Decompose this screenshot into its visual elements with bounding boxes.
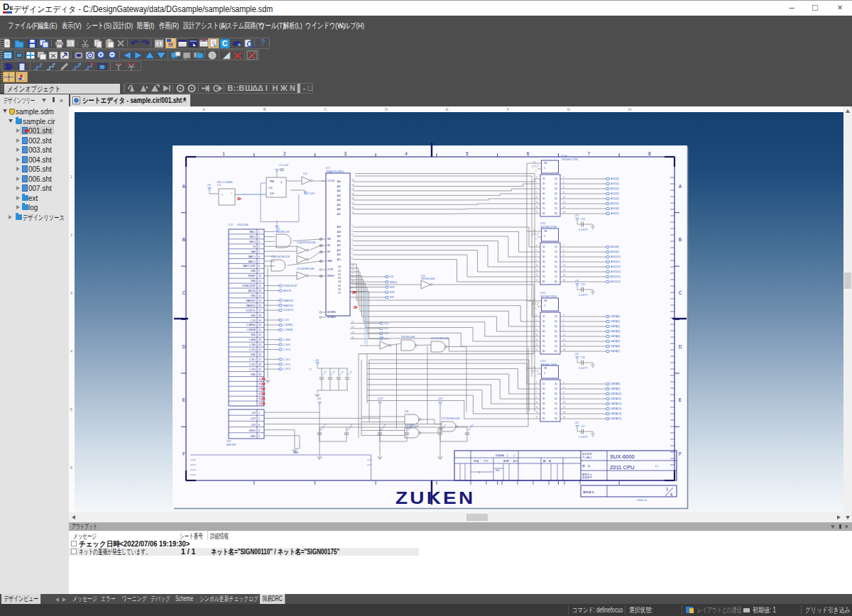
svg-text:26: 26 (258, 353, 261, 356)
svg-text:A11: A11 (337, 240, 341, 243)
svg-text:IC8: IC8 (380, 336, 383, 339)
svg-text:A12: A12 (337, 244, 342, 247)
svg-text:C-B/W: C-B/W (283, 339, 291, 341)
svg-text:C-D5: C-D5 (251, 319, 256, 322)
svg-text:ROMCSONT: ROMCSONT (283, 285, 297, 287)
svg-text:IC8: IC8 (405, 410, 408, 413)
svg-text:8: 8 (648, 151, 651, 156)
svg-text:C: C (324, 107, 327, 111)
svg-text:ADD[14]: ADD[14] (611, 275, 621, 278)
svg-text:D3: D3 (338, 277, 341, 280)
svg-text:E: E (182, 397, 186, 402)
svg-text:7: 7 (587, 151, 590, 156)
svg-text:C-ST3: C-ST3 (283, 368, 290, 370)
svg-text:14: 14 (258, 295, 261, 297)
svg-text:5: 5 (258, 251, 260, 253)
svg-text:ST3: ST3 (384, 338, 388, 341)
svg-text:RAMCE1: RAMCE1 (246, 299, 256, 302)
svg-text:WAIT-1: WAIT-1 (248, 255, 256, 258)
svg-text:C-ST0: C-ST0 (283, 348, 290, 351)
svg-text:D: D (385, 107, 388, 111)
svg-text:NMI-1: NMI-1 (249, 231, 256, 233)
svg-text:Z80ACPU-MPU: Z80ACPU-MPU (326, 170, 344, 173)
svg-text:4D: 4D (542, 397, 545, 400)
svg-text:18: 18 (258, 314, 261, 317)
svg-text:B: B (679, 237, 682, 242)
svg-text:A05: A05 (337, 204, 342, 207)
svg-text:又は型式: 又は型式 (582, 456, 592, 459)
svg-text:C-N/S: C-N/S (249, 343, 256, 346)
svg-text:7D: 7D (542, 275, 545, 278)
svg-text:ADD16: ADD16 (248, 290, 256, 292)
svg-text:1D: 1D (542, 383, 545, 385)
svg-text:27: 27 (258, 358, 261, 361)
svg-text:IC9 SN74HC00N: IC9 SN74HC00N (442, 417, 460, 420)
svg-text:A00: A00 (337, 180, 342, 183)
svg-text:SN74HC373N: SN74HC373N (562, 158, 578, 161)
svg-text:ST0: ST0 (384, 322, 388, 325)
svg-text:B/W: B/W (390, 286, 395, 289)
svg-text:22: 22 (258, 334, 261, 336)
svg-text:C-D5: C-D5 (283, 319, 289, 321)
svg-text:GND: GND (251, 270, 256, 273)
svg-text:2: 2 (283, 151, 286, 156)
svg-text:0.1uF/TT: 0.1uF/TT (579, 436, 588, 439)
svg-text:5: 5 (258, 435, 260, 438)
svg-text:IC4: IC4 (229, 224, 233, 226)
svg-text:1: 1 (258, 231, 260, 233)
svg-text:IC11: IC11 (540, 222, 545, 225)
svg-text:DATA[7]: DATA[7] (611, 350, 620, 353)
svg-text:13: 13 (258, 290, 261, 292)
svg-text:24: 24 (351, 336, 354, 339)
svg-text:2: 2 (258, 417, 260, 420)
svg-text:C-ST0: C-ST0 (249, 348, 256, 351)
svg-text:ADD[3]: ADD[3] (611, 192, 619, 195)
svg-text:34: 34 (258, 392, 261, 395)
svg-text:ADD[10]: ADD[10] (611, 255, 621, 258)
svg-text:20: 20 (258, 324, 261, 326)
svg-text:RESET: RESET (248, 275, 256, 277)
svg-text:E: E (446, 107, 449, 111)
svg-text:CLOCK: CLOCK (327, 180, 334, 182)
svg-text:WAIT-CONT: WAIT-CONT (243, 265, 256, 268)
svg-text:SUX-6000: SUX-6000 (610, 453, 635, 460)
svg-text:C-MREQ: C-MREQ (246, 324, 256, 326)
svg-text:+5V: +5V (317, 397, 322, 400)
svg-text:WE: WE (327, 238, 331, 241)
svg-text:GND: GND (293, 451, 299, 454)
svg-text:IOCNTOL: IOCNTOL (283, 309, 294, 312)
svg-text:6: 6 (527, 151, 530, 156)
svg-text:ADD[8]: ADD[8] (611, 246, 619, 248)
svg-text:ADD[0]: ADD[0] (611, 177, 619, 180)
svg-text:DATA[4]: DATA[4] (611, 335, 620, 338)
svg-text:G110-086: G110-086 (237, 224, 248, 226)
svg-text:ADD[5]: ADD[5] (611, 202, 619, 205)
svg-text:製作番号: 製作番号 (582, 452, 592, 456)
svg-text:0.1uF/TT: 0.1uF/TT (579, 229, 588, 231)
svg-text:4D: 4D (542, 260, 545, 263)
svg-text:24: 24 (258, 343, 261, 346)
svg-text:ADD[4]: ADD[4] (611, 197, 619, 200)
svg-text:+5V: +5V (315, 359, 320, 362)
svg-text:C26: C26 (581, 356, 585, 359)
svg-text:HA3: HA3 (251, 251, 256, 253)
svg-text:6: 6 (258, 255, 260, 258)
svg-text:4: 4 (258, 429, 260, 432)
svg-text:-12V: -12V (251, 424, 256, 427)
svg-text:F: F (182, 451, 185, 456)
svg-text:3D: 3D (542, 255, 545, 258)
svg-text:処理 ・ 加工: 処理 ・ 加工 (503, 459, 518, 463)
svg-text:2D: 2D (542, 320, 545, 323)
svg-text:C2 0.1uF: C2 0.1uF (279, 164, 288, 167)
svg-text:F: F (507, 107, 510, 111)
svg-text:4D: 4D (542, 330, 545, 333)
svg-text:ADD[11]: ADD[11] (611, 260, 620, 263)
svg-text:D2: D2 (338, 273, 341, 276)
svg-text:Z011 CPU: Z011 CPU (610, 464, 634, 471)
svg-text:8D: 8D (542, 350, 545, 353)
svg-text:B: B (182, 237, 185, 242)
svg-text:C-N/S: C-N/S (283, 343, 290, 346)
svg-text:C-MREQ: C-MREQ (283, 324, 293, 326)
svg-text:8D: 8D (542, 280, 545, 283)
svg-text:C7: C7 (309, 368, 312, 371)
